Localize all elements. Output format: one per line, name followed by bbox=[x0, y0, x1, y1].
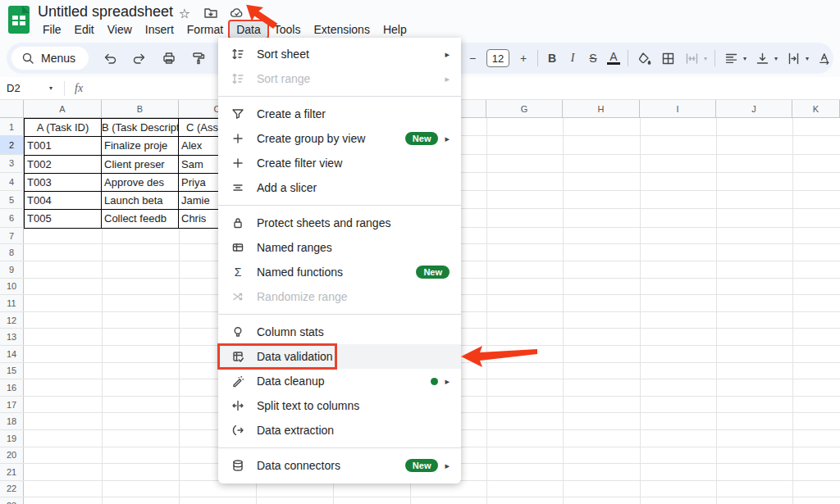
undo-icon[interactable] bbox=[102, 50, 118, 66]
text-wrap-caret-icon[interactable]: ▾ bbox=[806, 55, 809, 62]
menubar-item-help[interactable]: Help bbox=[377, 21, 413, 38]
cell-B1[interactable]: B (Task Description) bbox=[102, 119, 179, 137]
italic-icon[interactable]: I bbox=[566, 52, 579, 65]
cell-A1[interactable]: A (Task ID) bbox=[25, 119, 102, 137]
vertical-align-icon[interactable] bbox=[754, 50, 770, 66]
increase-font-size-button[interactable]: + bbox=[517, 52, 530, 65]
cell-A2[interactable]: T001 bbox=[25, 137, 102, 155]
bold-icon[interactable]: B bbox=[546, 52, 559, 65]
cell-B6[interactable]: Collect feedb bbox=[102, 210, 179, 228]
menu-item-data-extraction[interactable]: Data extraction bbox=[218, 418, 461, 443]
search-menus-button[interactable]: Menus bbox=[11, 47, 89, 70]
cell-A6[interactable]: T005 bbox=[25, 210, 102, 228]
row-header-1[interactable]: 1 bbox=[0, 118, 24, 135]
menu-item-data-validation[interactable]: Data validation bbox=[218, 344, 461, 369]
font-size-input[interactable]: 12 bbox=[486, 49, 509, 67]
print-icon[interactable] bbox=[161, 50, 177, 66]
cell-A5[interactable]: T004 bbox=[25, 192, 102, 210]
menu-item-protect-sheets-and-ranges[interactable]: Protect sheets and ranges bbox=[218, 211, 461, 235]
plus-icon bbox=[230, 155, 246, 171]
row-header-19[interactable]: 19 bbox=[0, 430, 24, 447]
star-icon[interactable]: ☆ bbox=[177, 6, 192, 20]
name-box-caret-icon[interactable]: ▾ bbox=[49, 84, 52, 92]
menu-item-named-functions[interactable]: Σ Named functions New bbox=[218, 260, 461, 284]
new-badge: New bbox=[405, 459, 439, 472]
row-header-12[interactable]: 12 bbox=[0, 312, 24, 329]
row-header-14[interactable]: 14 bbox=[0, 346, 24, 362]
column-header-B[interactable]: B bbox=[102, 100, 179, 118]
menu-item-create-group-by-view[interactable]: Create group by view New ▸ bbox=[218, 126, 461, 151]
row-header-18[interactable]: 18 bbox=[0, 413, 24, 429]
column-header-G[interactable]: G bbox=[486, 100, 563, 118]
menubar-item-edit[interactable]: Edit bbox=[68, 21, 101, 38]
row-header-13[interactable]: 13 bbox=[0, 329, 24, 345]
cell-B3[interactable]: Client preser bbox=[102, 156, 179, 174]
grid-row-23: 23 bbox=[0, 497, 840, 504]
column-header-K[interactable]: K bbox=[792, 100, 840, 118]
menu-item-data-connectors[interactable]: Data connectors New ▸ bbox=[218, 453, 461, 478]
column-header-H[interactable]: H bbox=[563, 100, 640, 118]
paint-format-icon[interactable] bbox=[190, 50, 207, 66]
menu-item-named-ranges[interactable]: Named ranges bbox=[218, 235, 461, 260]
row-header-20[interactable]: 20 bbox=[0, 447, 24, 464]
shuffle-icon bbox=[230, 288, 246, 305]
row-header-4[interactable]: 4 bbox=[0, 173, 24, 190]
decrease-font-size-button[interactable]: − bbox=[466, 52, 479, 65]
text-rotation-icon[interactable] bbox=[816, 50, 833, 66]
column-header-I[interactable]: I bbox=[640, 100, 716, 118]
horizontal-align-icon[interactable] bbox=[723, 50, 739, 66]
fill-color-icon[interactable] bbox=[636, 50, 652, 66]
row-header-6[interactable]: 6 bbox=[0, 209, 24, 226]
row-header-16[interactable]: 16 bbox=[0, 379, 24, 396]
sheets-logo-icon[interactable] bbox=[8, 6, 30, 34]
strikethrough-icon[interactable]: S bbox=[587, 52, 600, 65]
menu-item-create-a-filter[interactable]: Create a filter bbox=[218, 102, 461, 126]
menu-item-add-a-slicer[interactable]: Add a slicer bbox=[218, 175, 461, 200]
cell-B2[interactable]: Finalize proje bbox=[102, 137, 179, 155]
cell-B5[interactable]: Launch beta bbox=[102, 192, 179, 210]
menu-item-split-text-to-columns[interactable]: Split text to columns bbox=[218, 393, 461, 418]
menu-item-create-filter-view[interactable]: Create filter view bbox=[218, 151, 461, 175]
menu-item-data-cleanup[interactable]: Data cleanup ▸ bbox=[218, 369, 461, 393]
menubar-item-view[interactable]: View bbox=[101, 21, 139, 38]
row-header-9[interactable]: 9 bbox=[0, 261, 24, 278]
menubar-item-insert[interactable]: Insert bbox=[139, 21, 180, 38]
row-header-7[interactable]: 7 bbox=[0, 228, 24, 244]
search-icon bbox=[21, 52, 34, 65]
submenu-arrow-icon: ▸ bbox=[445, 49, 450, 60]
name-box[interactable]: D2 bbox=[7, 82, 49, 94]
menubar-item-format[interactable]: Format bbox=[180, 21, 230, 38]
spreadsheet-title[interactable]: Untitled spreadsheet bbox=[38, 3, 173, 20]
row-header-15[interactable]: 15 bbox=[0, 363, 24, 379]
move-to-folder-icon[interactable] bbox=[203, 6, 218, 20]
cell-B4[interactable]: Approve des bbox=[102, 174, 179, 192]
menu-item-column-stats[interactable]: Column stats bbox=[218, 320, 461, 344]
menu-bar: File Edit View Insert Format Data Tools … bbox=[36, 20, 413, 39]
menubar-item-file[interactable]: File bbox=[36, 21, 68, 38]
row-header-17[interactable]: 17 bbox=[0, 397, 24, 413]
column-header-A[interactable]: A bbox=[24, 100, 102, 118]
text-color-icon[interactable]: A bbox=[607, 52, 620, 65]
menu-item-sort-sheet[interactable]: Sort sheet ▸ bbox=[218, 42, 461, 66]
menubar-item-extensions[interactable]: Extensions bbox=[307, 21, 376, 38]
row-header-11[interactable]: 11 bbox=[0, 295, 24, 311]
row-header-10[interactable]: 10 bbox=[0, 279, 24, 295]
row-header-2[interactable]: 2 bbox=[0, 136, 24, 153]
row-header-23[interactable]: 23 bbox=[0, 497, 24, 504]
cell-A3[interactable]: T002 bbox=[25, 156, 102, 174]
row-header-8[interactable]: 8 bbox=[0, 244, 24, 261]
redo-icon[interactable] bbox=[131, 50, 148, 66]
row-header-3[interactable]: 3 bbox=[0, 155, 24, 172]
row-header-21[interactable]: 21 bbox=[0, 464, 24, 480]
column-header-J[interactable]: J bbox=[716, 100, 792, 118]
horizontal-align-caret-icon[interactable]: ▾ bbox=[743, 55, 746, 62]
select-all-corner[interactable] bbox=[0, 100, 24, 118]
text-wrap-icon[interactable] bbox=[785, 50, 801, 66]
borders-icon[interactable] bbox=[660, 50, 676, 66]
merge-cells-caret-icon: ▾ bbox=[704, 55, 707, 62]
cell-A4[interactable]: T003 bbox=[25, 174, 102, 192]
lightbulb-icon bbox=[230, 324, 246, 340]
vertical-align-caret-icon[interactable]: ▾ bbox=[774, 55, 778, 62]
row-header-22[interactable]: 22 bbox=[0, 481, 24, 497]
row-header-5[interactable]: 5 bbox=[0, 191, 24, 208]
